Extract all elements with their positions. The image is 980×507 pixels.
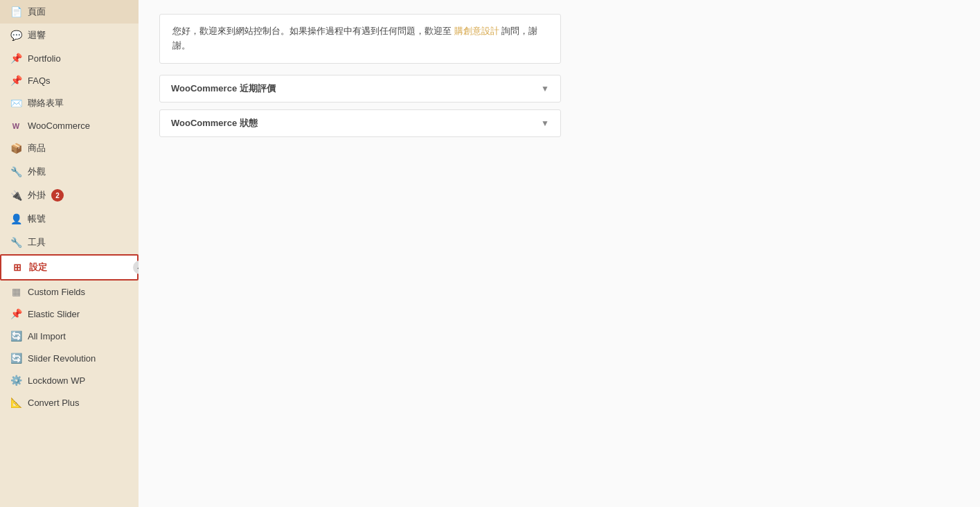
welcome-box: 您好，歡迎來到網站控制台。如果操作過程中有遇到任何問題，歡迎至 購創意設計 詢問…: [159, 14, 561, 64]
widget-wc-status: WooCommerce 狀態 ▼: [159, 109, 561, 137]
settings-icon: ⊞: [11, 262, 24, 273]
main-content: 您好，歡迎來到網站控制台。如果操作過程中有遇到任何問題，歡迎至 購創意設計 詢問…: [139, 0, 980, 507]
sidebar-item-slider-revolution[interactable]: 🔄 Slider Revolution: [0, 347, 139, 369]
comments-icon: 💬: [10, 30, 22, 41]
all-import-icon: 🔄: [10, 330, 22, 341]
sidebar-item-products[interactable]: 📦 商品: [0, 136, 139, 160]
faqs-icon: 📌: [10, 75, 22, 86]
sidebar-item-custom-fields[interactable]: ▦ Custom Fields: [0, 281, 139, 303]
tools-icon: 🔧: [10, 237, 22, 248]
widget-wc-reviews-label: WooCommerce 近期評價: [171, 82, 276, 95]
sidebar-item-pages[interactable]: 📄 頁面: [0, 0, 139, 24]
widget-wc-status-header[interactable]: WooCommerce 狀態 ▼: [160, 110, 560, 136]
sidebar-item-woocommerce[interactable]: W WooCommerce: [0, 115, 139, 136]
convert-plus-icon: 📐: [10, 397, 22, 408]
welcome-text: 您好，歡迎來到網站控制台。如果操作過程中有遇到任何問題，歡迎至: [172, 26, 452, 36]
widget-wc-reviews-header[interactable]: WooCommerce 近期評價 ▼: [160, 75, 560, 102]
elastic-slider-icon: 📌: [10, 308, 22, 319]
sidebar-item-lockdown-wp[interactable]: ⚙️ Lockdown WP: [0, 369, 139, 391]
settings-submenu-wrapper: ⊞ 設定 ◀ 一般 寫作 閱讀 討論 媒體 固定網址 Limit Login A…: [0, 254, 139, 281]
custom-fields-icon: ▦: [10, 286, 22, 297]
plugins-badge: 2: [51, 189, 64, 202]
lockdown-wp-icon: ⚙️: [10, 375, 22, 386]
chevron-down-icon: ▼: [541, 84, 549, 94]
sidebar-item-portfolio[interactable]: 📌 Portfolio: [0, 47, 139, 69]
widget-wc-reviews: WooCommerce 近期評價 ▼: [159, 75, 561, 103]
sidebar-item-elastic-slider[interactable]: 📌 Elastic Slider: [0, 303, 139, 325]
welcome-link[interactable]: 購創意設計: [454, 26, 499, 36]
portfolio-icon: 📌: [10, 53, 22, 64]
sidebar-item-faqs[interactable]: 📌 FAQs: [0, 69, 139, 91]
products-icon: 📦: [10, 143, 22, 154]
pages-icon: 📄: [10, 6, 22, 17]
contact-icon: ✉️: [10, 98, 22, 109]
sidebar-item-plugins[interactable]: 🔌 外掛 2: [0, 184, 139, 207]
widget-wc-status-label: WooCommerce 狀態: [171, 117, 258, 130]
users-icon: 👤: [10, 213, 22, 224]
woocommerce-icon: W: [10, 122, 22, 130]
sidebar-item-contact[interactable]: ✉️ 聯絡表單: [0, 91, 139, 115]
sidebar-item-convert-plus[interactable]: 📐 Convert Plus: [0, 391, 139, 413]
sidebar-item-appearance[interactable]: 🔧 外觀: [0, 160, 139, 184]
sidebar-item-all-import[interactable]: 🔄 All Import: [0, 325, 139, 347]
sidebar-item-tools[interactable]: 🔧 工具: [0, 231, 139, 254]
sidebar: 📄 頁面 💬 迴響 📌 Portfolio 📌 FAQs ✉️ 聯絡表單 W W…: [0, 0, 139, 507]
sidebar-item-comments[interactable]: 💬 迴響: [0, 24, 139, 47]
sidebar-item-users[interactable]: 👤 帳號: [0, 207, 139, 231]
appearance-icon: 🔧: [10, 166, 22, 177]
sidebar-item-settings[interactable]: ⊞ 設定: [0, 254, 139, 281]
plugins-icon: 🔌: [10, 190, 22, 201]
slider-revolution-icon: 🔄: [10, 353, 22, 364]
chevron-down-icon: ▼: [541, 118, 549, 128]
